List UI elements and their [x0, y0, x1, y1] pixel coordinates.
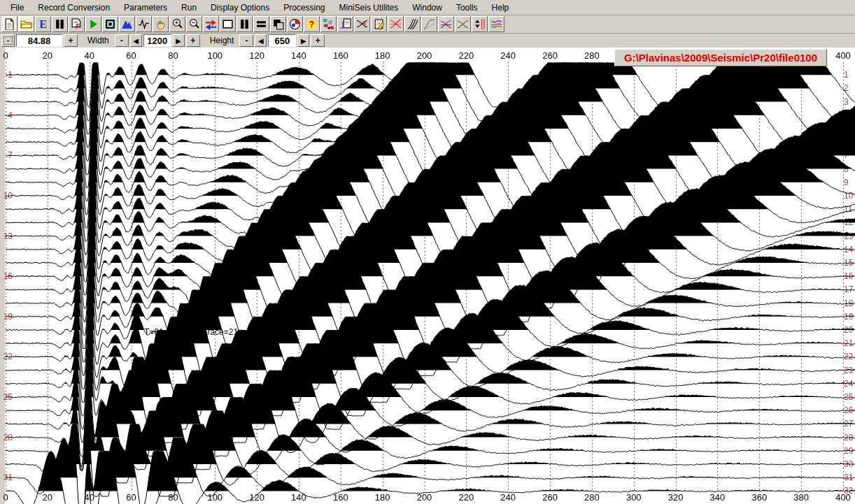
open-folder-button[interactable]	[18, 16, 34, 32]
wiggle-display-button[interactable]	[136, 16, 152, 32]
seismic-plot-area: G:\Plavinas\2009\Seismic\Pr20\file0100 T…	[0, 48, 855, 504]
menu-processing[interactable]: Processing	[277, 1, 331, 14]
peak-display-icon	[121, 18, 133, 30]
menu-parameters[interactable]: Parameters	[118, 1, 174, 14]
peak-display-button[interactable]	[119, 16, 135, 32]
menu-help[interactable]: Help	[486, 1, 516, 14]
run-play-icon	[87, 18, 99, 30]
script-page-button[interactable]: J	[337, 16, 353, 32]
editor-e-icon: E	[37, 18, 49, 30]
menu-file[interactable]: File	[4, 1, 30, 14]
width-forward-button[interactable]: ▶	[173, 34, 185, 47]
menu-window[interactable]: Window	[406, 1, 448, 14]
wave-colors-icon	[490, 18, 502, 30]
color-convert-icon	[323, 18, 334, 30]
menu-miniseis-utilites[interactable]: MiniSeis Utilites	[333, 1, 405, 14]
open-folder-icon	[20, 18, 32, 30]
new-document-button[interactable]	[1, 16, 17, 32]
slope-lines-button[interactable]	[404, 16, 421, 32]
width-value-field[interactable]: 1200	[143, 34, 171, 47]
multi-curves-icon	[440, 18, 452, 30]
green-curves-button[interactable]	[455, 16, 471, 32]
equal-bars-icon	[255, 18, 267, 30]
help-question-icon: ?	[306, 18, 318, 30]
pan-hand-button[interactable]	[153, 16, 169, 32]
controls-row: - 84.88 + Width - ◀ 1200 ▶ + Height - ◀ …	[0, 34, 855, 48]
run-play-button[interactable]	[85, 16, 101, 32]
gain-decrease-button[interactable]: -	[1, 34, 15, 47]
menu-bar: FileRecord ConversionParametersRunDispla…	[0, 0, 855, 15]
height-label: Height	[210, 36, 234, 45]
stop-record-icon	[104, 18, 116, 30]
edit-page-icon	[373, 18, 385, 30]
pie-stats-icon	[289, 18, 301, 30]
menu-toolls[interactable]: Toolls	[450, 1, 484, 14]
green-curves-icon	[457, 18, 469, 30]
crossed-curves-button[interactable]	[354, 16, 370, 32]
pause-traces-icon	[54, 18, 66, 30]
save-page-icon	[71, 18, 83, 30]
height-decrease-button[interactable]: -	[239, 34, 253, 47]
height-value-field[interactable]: 650	[268, 34, 296, 47]
file-path-label[interactable]: G:\Plavinas\2009\Seismic\Pr20\file0100	[614, 49, 827, 66]
help-question-button[interactable]: ?	[304, 16, 320, 32]
save-page-button[interactable]	[69, 16, 85, 32]
menu-run[interactable]: Run	[175, 1, 203, 14]
height-back-button[interactable]: ◀	[255, 34, 267, 47]
menu-record-conversion[interactable]: Record Conversion	[31, 1, 116, 14]
multi-curves-button[interactable]	[438, 16, 454, 32]
zoom-in-icon	[171, 18, 183, 30]
width-increase-button[interactable]: +	[186, 34, 200, 47]
gain-increase-button[interactable]: +	[64, 34, 78, 47]
stop-record-button[interactable]	[102, 16, 118, 32]
pie-stats-button[interactable]	[287, 16, 303, 32]
gain-value-field[interactable]: 84.88	[16, 34, 62, 47]
svg-text:J: J	[340, 20, 346, 30]
swap-direction-icon	[205, 18, 217, 30]
overlay-squares-button[interactable]	[270, 16, 286, 32]
cursor-annotation: T=61.0987 ms, Trace=21	[144, 327, 238, 337]
crossed-curves-icon	[356, 18, 368, 30]
new-document-icon	[3, 18, 15, 30]
svg-text:E: E	[39, 18, 47, 30]
red-curves-icon	[390, 18, 402, 30]
script-page-icon: J	[339, 18, 351, 30]
height-increase-button[interactable]: +	[311, 34, 325, 47]
width-label: Width	[87, 36, 109, 45]
color-convert-button[interactable]	[320, 16, 337, 32]
menu-display-options[interactable]: Display Options	[204, 1, 276, 14]
pause-traces-icon	[239, 18, 250, 30]
edit-page-button[interactable]	[371, 16, 387, 32]
sort-markers-button[interactable]	[472, 16, 488, 32]
width-decrease-button[interactable]: -	[115, 34, 129, 47]
rect-outline-icon	[222, 18, 234, 30]
pause-traces-button[interactable]	[236, 16, 253, 32]
slope-lines-icon	[407, 18, 418, 30]
gray-curves-button[interactable]	[421, 16, 437, 32]
overlay-squares-icon	[272, 18, 284, 30]
zoom-out-icon	[188, 18, 200, 30]
height-forward-button[interactable]: ▶	[297, 34, 309, 47]
svg-text:?: ?	[309, 19, 315, 29]
red-curves-button[interactable]	[388, 16, 404, 32]
wave-colors-button[interactable]	[488, 16, 504, 32]
gray-curves-icon	[423, 18, 435, 30]
zoom-in-button[interactable]	[169, 16, 185, 32]
toolbar: E?J	[0, 15, 855, 34]
zoom-out-button[interactable]	[186, 16, 202, 32]
pan-hand-icon	[155, 18, 167, 30]
seismic-display[interactable]	[0, 48, 855, 504]
sort-markers-icon	[474, 18, 486, 30]
pause-traces-button[interactable]	[52, 16, 68, 32]
rect-outline-button[interactable]	[220, 16, 236, 32]
wiggle-display-icon	[138, 18, 150, 30]
equal-bars-button[interactable]	[253, 16, 269, 32]
width-back-button[interactable]: ◀	[130, 34, 142, 47]
swap-direction-button[interactable]	[203, 16, 219, 32]
editor-e-button[interactable]: E	[35, 16, 51, 32]
